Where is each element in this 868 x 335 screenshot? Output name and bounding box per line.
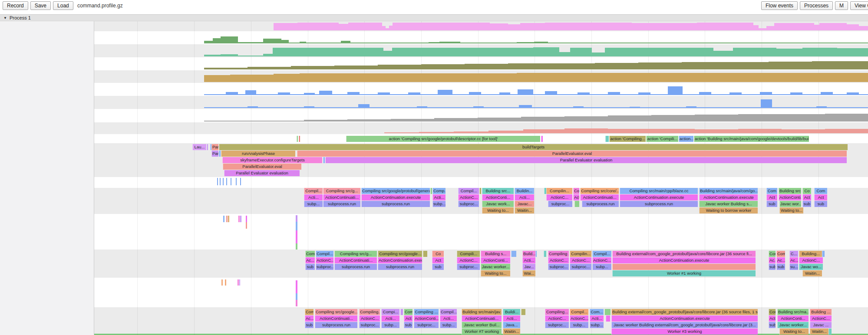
- trace-slice[interactable]: Acti...: [381, 315, 399, 322]
- trace-slice-sliver[interactable]: [604, 309, 611, 315]
- trace-slice[interactable]: ActionContinuation.execute: [612, 257, 756, 263]
- trace-slice-sliver[interactable]: [239, 279, 240, 286]
- trace-slice-sliver[interactable]: [323, 157, 325, 163]
- trace-slice-sliver[interactable]: [423, 251, 427, 257]
- gc-event-tick[interactable]: [240, 178, 241, 185]
- trace-slice[interactable]: Javac...: [515, 201, 534, 207]
- trace-slice[interactable]: ActionC...: [359, 315, 380, 322]
- trace-slice[interactable]: Compiling src/google/protobuf/generat...: [361, 188, 430, 194]
- m-button[interactable]: M: [835, 1, 848, 10]
- trace-slice[interactable]: Co: [802, 188, 811, 194]
- trace-slice[interactable]: subproc...: [548, 201, 572, 207]
- trace-slice[interactable]: ActionContinuati...: [323, 194, 360, 200]
- trace-slice[interactable]: subproc...: [548, 264, 569, 270]
- trace-slice[interactable]: Building...: [799, 251, 822, 257]
- trace-slice[interactable]: ActionContinuation.execute: [611, 315, 758, 322]
- trace-slice[interactable]: Building ...: [810, 309, 832, 315]
- trace-slice[interactable]: Compili...: [457, 251, 480, 257]
- trace-slice[interactable]: ActionC...: [799, 257, 823, 263]
- trace-slice[interactable]: sub: [766, 201, 777, 207]
- trace-slice[interactable]: Waiting to...: [481, 270, 510, 276]
- trace-slice[interactable]: Waiting to...: [482, 207, 514, 213]
- trace-slice[interactable]: su...: [789, 264, 798, 270]
- trace-slice[interactable]: Compiling src/google...: [315, 309, 357, 315]
- trace-slice[interactable]: subprocess.run: [315, 322, 357, 328]
- trace-slice[interactable]: Act: [432, 257, 444, 263]
- gc-event-tick[interactable]: [220, 178, 221, 185]
- trace-slice[interactable]: Compilin...: [546, 188, 572, 194]
- trace-slice-sliver[interactable]: [430, 188, 432, 194]
- trace-slice[interactable]: Waitin...: [515, 207, 534, 213]
- trace-slice-sliver[interactable]: [296, 300, 297, 306]
- trace-slice[interactable]: Compil...: [592, 251, 611, 257]
- collapse-arrow-icon[interactable]: ▼: [3, 16, 7, 20]
- trace-slice[interactable]: subp...: [592, 264, 611, 270]
- trace-slice[interactable]: Javac worker...: [777, 322, 809, 328]
- trace-slice[interactable]: Acti...: [522, 257, 535, 263]
- trace-slice[interactable]: sub: [404, 322, 413, 328]
- trace-slice[interactable]: Parallel Evaluator evaluation: [325, 157, 847, 163]
- trace-slice[interactable]: ActionC...: [570, 315, 588, 322]
- trace-slice[interactable]: Compiling src/google...: [378, 251, 422, 257]
- trace-slice[interactable]: runAnalysisPhase: [221, 151, 295, 157]
- trace-slice[interactable]: Javac worker Building s...: [699, 201, 758, 207]
- trace-slice[interactable]: Par: [211, 144, 218, 150]
- trace-slice[interactable]: Compiling ...: [548, 251, 569, 257]
- trace-slice-sliver[interactable]: [828, 328, 832, 335]
- trace-slice[interactable]: action...: [679, 136, 693, 142]
- trace-slice[interactable]: Worker #3 working: [611, 328, 758, 335]
- trace-slice[interactable]: Com: [769, 309, 776, 315]
- trace-slice[interactable]: Buildin...: [515, 188, 534, 194]
- trace-slice[interactable]: subp...: [570, 322, 588, 328]
- trace-slice[interactable]: Compiling src/main/cpp/blaze.cc: [620, 188, 698, 194]
- trace-slice-sliver[interactable]: [296, 230, 297, 243]
- trace-slice[interactable]: ActionC...: [457, 257, 480, 263]
- trace-slice[interactable]: Buildi...: [503, 309, 520, 315]
- trace-slice-sliver[interactable]: [223, 216, 224, 222]
- trace-slice[interactable]: ParallelEvaluator.eval: [297, 151, 847, 157]
- gc-event-tick[interactable]: [223, 178, 224, 185]
- trace-slice[interactable]: Ac...: [789, 257, 798, 263]
- trace-slice[interactable]: Com...: [590, 309, 604, 315]
- trace-slice[interactable]: Acti...: [590, 315, 604, 322]
- trace-slice[interactable]: ActionC...: [545, 315, 569, 322]
- trace-slice[interactable]: Act: [814, 194, 827, 200]
- trace-slice-sliver[interactable]: [296, 215, 297, 222]
- flow-events-button[interactable]: Flow events: [761, 1, 798, 10]
- trace-slice[interactable]: Act: [802, 194, 811, 200]
- trace-slice[interactable]: Co: [573, 188, 579, 194]
- trace-slice[interactable]: subp...: [381, 322, 399, 328]
- trace-slice[interactable]: Javac wor...: [779, 201, 801, 207]
- trace-slice[interactable]: Compil...: [570, 309, 588, 315]
- trace-slice[interactable]: sub: [769, 264, 776, 270]
- trace-slice[interactable]: Compiling ...: [414, 309, 439, 315]
- trace-slice[interactable]: Ac...: [776, 257, 785, 263]
- trace-slice[interactable]: Ac...: [769, 257, 776, 263]
- trace-slice[interactable]: Compiling src/g...: [323, 188, 360, 194]
- trace-slice[interactable]: Building src/main/jav...: [462, 309, 502, 315]
- trace-slice-sliver[interactable]: [606, 315, 610, 322]
- trace-slice[interactable]: ActionConti...: [414, 315, 439, 322]
- trace-slice[interactable]: subp...: [590, 322, 604, 328]
- trace-slice[interactable]: skyframeExecutor.configureTargets: [222, 157, 322, 163]
- trace-slice[interactable]: Javac wo...: [799, 264, 823, 270]
- trace-slice[interactable]: ActionConti...: [481, 257, 510, 263]
- trace-slice[interactable]: subproc...: [458, 201, 479, 207]
- trace-slice[interactable]: subprocess.run: [620, 201, 698, 207]
- trace-slice[interactable]: ActionContinuati...: [580, 194, 619, 200]
- trace-slice[interactable]: ActionConti...: [482, 194, 514, 200]
- trace-slice-sliver[interactable]: [226, 216, 228, 222]
- trace-slice[interactable]: Compi...: [381, 309, 399, 315]
- trace-slice[interactable]: Waitin...: [503, 328, 520, 335]
- trace-slice[interactable]: ActionC...: [458, 194, 479, 200]
- trace-slice-sliver[interactable]: [221, 279, 223, 286]
- trace-slice[interactable]: Lau...: [192, 144, 206, 150]
- trace-slice[interactable]: subproc...: [570, 264, 591, 270]
- load-button[interactable]: Load: [53, 1, 73, 10]
- processes-button[interactable]: Processes: [800, 1, 833, 10]
- trace-slice[interactable]: Waitin...: [802, 270, 822, 276]
- trace-slice[interactable]: ActionContinuati...: [315, 315, 357, 322]
- trace-slice[interactable]: subproc...: [545, 322, 569, 328]
- trace-slice[interactable]: subprocess.run: [361, 201, 430, 207]
- trace-slice[interactable]: Parallel Evaluator evaluation: [224, 170, 300, 176]
